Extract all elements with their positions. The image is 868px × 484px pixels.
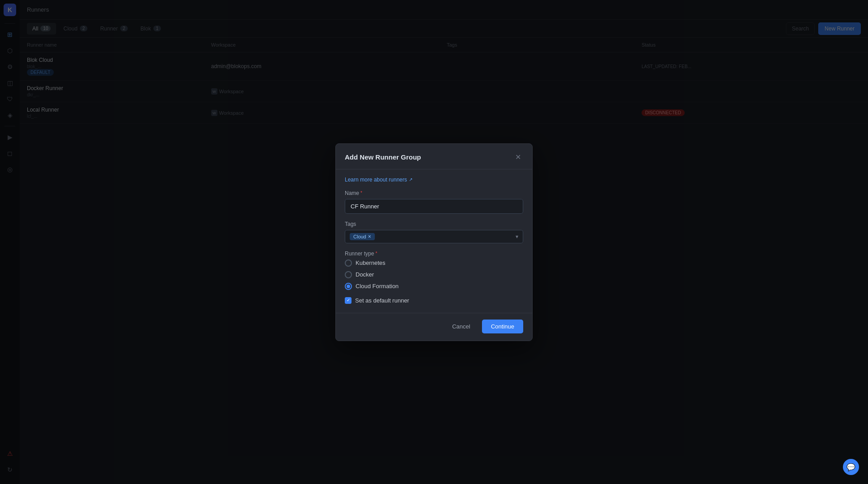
required-indicator2: * [375, 251, 377, 256]
close-button[interactable]: ✕ [512, 152, 523, 163]
runner-type-radio-group: Kubernetes Docker Cloud Formation [345, 259, 523, 290]
tags-field-group: Tags Cloud × ▾ [345, 221, 523, 243]
radio-cloud-formation[interactable]: Cloud Formation [345, 283, 523, 290]
learn-more-link[interactable]: Learn more about runners ↗ [345, 177, 523, 183]
modal-header: Add New Runner Group ✕ [336, 144, 532, 169]
modal-body: Learn more about runners ↗ Name * Tags C… [336, 169, 532, 313]
cancel-button[interactable]: Cancel [445, 320, 477, 333]
default-runner-checkbox-item[interactable]: ✓ Set as default runner [345, 297, 523, 304]
tag-chip-label: Cloud [353, 234, 366, 239]
default-runner-label: Set as default runner [355, 297, 409, 304]
radio-docker[interactable]: Docker [345, 271, 523, 278]
modal-footer: Cancel Continue [336, 313, 532, 341]
radio-label-docker: Docker [356, 271, 374, 278]
runner-type-label: Runner type * [345, 251, 523, 257]
radio-circle-docker [345, 271, 352, 278]
radio-label-cloud-formation: Cloud Formation [356, 283, 399, 290]
default-runner-checkbox[interactable]: ✓ [345, 297, 352, 304]
name-label: Name * [345, 190, 523, 196]
chat-icon: 💬 [846, 463, 855, 471]
modal-overlay: Add New Runner Group ✕ Learn more about … [0, 0, 868, 484]
required-indicator: * [360, 190, 362, 195]
chat-widget-button[interactable]: 💬 [843, 459, 859, 475]
name-input[interactable] [345, 199, 523, 214]
continue-button[interactable]: Continue [482, 320, 523, 333]
add-runner-modal: Add New Runner Group ✕ Learn more about … [335, 143, 533, 341]
radio-dot-cloud-formation [347, 285, 350, 288]
learn-more-text: Learn more about runners [345, 177, 407, 183]
radio-label-kubernetes: Kubernetes [356, 259, 386, 266]
external-link-icon: ↗ [409, 177, 412, 182]
modal-title: Add New Runner Group [345, 153, 421, 161]
runner-type-group: Runner type * Kubernetes Docker [345, 251, 523, 290]
tags-label: Tags [345, 221, 523, 227]
radio-circle-kubernetes [345, 259, 352, 267]
checkbox-check-icon: ✓ [347, 298, 350, 302]
tags-chevron-icon: ▾ [516, 233, 518, 240]
name-field-group: Name * [345, 190, 523, 214]
tag-chip-cloud: Cloud × [350, 233, 375, 240]
radio-kubernetes[interactable]: Kubernetes [345, 259, 523, 267]
radio-circle-cloud-formation [345, 283, 352, 290]
tags-input[interactable]: Cloud × ▾ [345, 230, 523, 243]
tag-remove-button[interactable]: × [368, 234, 371, 239]
